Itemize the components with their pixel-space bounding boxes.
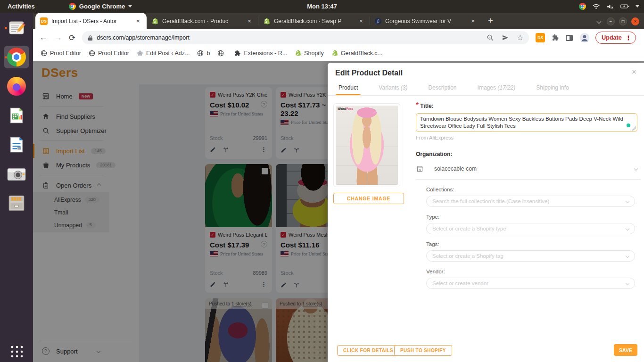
browser-window: DS Import List - DSers - Autor × GeraldB… bbox=[33, 13, 644, 362]
push-to-shopify-button[interactable]: PUSH TO SHOPIFY bbox=[394, 345, 452, 356]
bookmark-geraldblack[interactable]: GeraldBlack.c... bbox=[331, 49, 382, 57]
type-select[interactable]: Select or create a Shopify type bbox=[426, 223, 635, 234]
wifi-icon bbox=[592, 3, 600, 9]
tab-images[interactable]: Images (17/22) bbox=[478, 84, 516, 96]
minimize-button[interactable]: − bbox=[607, 17, 615, 25]
file-cabinet-icon bbox=[8, 195, 25, 212]
tab-geraldblack-swap[interactable]: GeraldBlack.com · Swap P × bbox=[258, 13, 370, 29]
puzzle-icon bbox=[234, 50, 241, 57]
shopify-favicon bbox=[151, 17, 158, 25]
tab-title: GeraldBlack.com · Swap P bbox=[274, 18, 354, 25]
tab-variants[interactable]: Variants (3) bbox=[379, 84, 407, 96]
bookmark-proof-editor-2[interactable]: Proof Editor bbox=[89, 50, 129, 57]
bookmark-globe[interactable] bbox=[217, 50, 227, 57]
ubuntu-top-bar: Activities Google Chrome Mon 13:47 bbox=[0, 0, 644, 13]
close-tab-icon[interactable]: × bbox=[246, 17, 253, 25]
title-input[interactable]: Turndown Blouse Bodysuits Women Sexy Bac… bbox=[416, 113, 637, 132]
address-bar[interactable]: dsers.com/app/storemanage/import ☆ bbox=[82, 31, 529, 44]
bookmark-edit-post[interactable]: Edit Post ‹ Adz... bbox=[137, 50, 190, 57]
type-label: Type: bbox=[426, 214, 637, 220]
reload-button[interactable]: ⟳ bbox=[69, 33, 75, 43]
dock-item-text-editor[interactable] bbox=[4, 16, 29, 39]
chrome-tray-icon[interactable] bbox=[579, 3, 586, 10]
screen: Activities Google Chrome Mon 13:47 bbox=[0, 0, 644, 362]
vendor-placeholder: Select or create vendor bbox=[432, 280, 488, 286]
close-tab-icon[interactable]: × bbox=[134, 17, 142, 25]
chevron-down-icon bbox=[626, 227, 629, 230]
text-editor-icon bbox=[8, 19, 25, 37]
grammarly-dot-icon bbox=[627, 123, 630, 127]
product-photo-pink-bodysuit bbox=[336, 106, 398, 185]
send-icon[interactable] bbox=[502, 34, 509, 41]
tab-product[interactable]: Product bbox=[339, 84, 358, 96]
tab-title: Gorgeous Swimwear for V bbox=[385, 18, 465, 25]
brand-watermark: WeirdPuss bbox=[338, 107, 354, 110]
tags-select[interactable]: Select or create a Shopify tag bbox=[426, 250, 635, 262]
change-image-button[interactable]: CHANGE IMAGE bbox=[333, 193, 404, 204]
new-tab-button[interactable]: + bbox=[488, 16, 493, 26]
bookmark-extensions[interactable]: Extensions - R... bbox=[234, 50, 287, 57]
resize-handle[interactable] bbox=[632, 126, 636, 131]
close-tab-icon[interactable]: × bbox=[357, 17, 365, 25]
collections-placeholder: Search the full collection's title.(Case… bbox=[432, 198, 549, 204]
profile-avatar[interactable] bbox=[579, 33, 590, 43]
update-label: Update bbox=[602, 34, 621, 41]
dock-item-firefox[interactable] bbox=[4, 75, 29, 98]
chevron-down-icon bbox=[626, 281, 629, 285]
tab-search-chevron-icon[interactable] bbox=[597, 19, 602, 24]
tab-import-list[interactable]: DS Import List - DSers - Autor × bbox=[35, 13, 147, 29]
close-modal-icon[interactable]: × bbox=[632, 67, 636, 77]
browser-menu-icon[interactable]: ⋮ bbox=[626, 34, 632, 41]
forward-button[interactable]: → bbox=[54, 33, 62, 42]
dock-item-file-archive[interactable] bbox=[4, 192, 29, 214]
libreoffice-calc-icon bbox=[8, 107, 25, 124]
system-tray[interactable] bbox=[579, 0, 639, 13]
zoom-out-icon[interactable] bbox=[487, 34, 494, 41]
extensions-puzzle-icon[interactable] bbox=[552, 34, 559, 41]
dsers-extension-icon[interactable]: DS bbox=[536, 33, 545, 42]
store-name: solacecable-com bbox=[434, 165, 477, 172]
save-button[interactable]: SAVE bbox=[614, 344, 637, 356]
battery-icon bbox=[620, 3, 629, 9]
chevron-down-icon bbox=[634, 167, 638, 171]
dock-item-libreoffice-writer[interactable] bbox=[4, 133, 29, 156]
bookmark-proof-editor-1[interactable]: Proof Editor bbox=[41, 50, 81, 57]
chrome-update-button[interactable]: Update ⋮ bbox=[595, 32, 636, 44]
tab-description[interactable]: Description bbox=[429, 84, 457, 96]
chevron-down-icon bbox=[626, 254, 629, 258]
dock-item-camera[interactable] bbox=[4, 163, 29, 185]
bookmark-star-icon[interactable]: ☆ bbox=[517, 34, 523, 41]
product-main-image[interactable]: WeirdPuss bbox=[333, 103, 400, 187]
globe-icon bbox=[197, 50, 204, 57]
libreoffice-writer-icon bbox=[8, 136, 25, 154]
store-select[interactable]: solacecable-com bbox=[416, 165, 637, 173]
dock bbox=[0, 13, 33, 362]
maximize-button[interactable]: □ bbox=[619, 17, 627, 25]
tab-shipping-info[interactable]: Shipping info bbox=[536, 84, 569, 96]
clock[interactable]: Mon 13:47 bbox=[0, 3, 644, 10]
tab-gorgeous-swimwear[interactable]: β Gorgeous Swimwear for V × bbox=[370, 13, 481, 29]
window-controls: − □ × bbox=[597, 17, 639, 25]
bookmark-shopify[interactable]: Shopify bbox=[295, 49, 324, 57]
volume-muted-icon bbox=[606, 3, 614, 10]
tags-placeholder: Select or create a Shopify tag bbox=[432, 253, 504, 259]
side-panel-icon[interactable] bbox=[566, 35, 573, 41]
chrome-icon bbox=[7, 48, 26, 66]
dsers-favicon: DS bbox=[40, 17, 48, 25]
tab-title: GeraldBlack.com · Produc bbox=[162, 18, 242, 25]
close-window-button[interactable]: × bbox=[631, 17, 639, 25]
close-tab-icon[interactable]: × bbox=[469, 17, 477, 25]
url-text: dsers.com/app/storemanage/import bbox=[97, 34, 483, 41]
tab-geraldblack-products[interactable]: GeraldBlack.com · Produc × bbox=[147, 13, 258, 29]
back-button[interactable]: ← bbox=[40, 33, 48, 42]
dock-item-libreoffice-calc[interactable] bbox=[4, 104, 29, 127]
bookmark-b[interactable]: b bbox=[197, 50, 210, 57]
organization-label: Organization: bbox=[416, 151, 637, 157]
collections-select[interactable]: Search the full collection's title.(Case… bbox=[426, 196, 635, 207]
shopify-favicon bbox=[263, 17, 270, 25]
dock-item-chrome[interactable] bbox=[4, 46, 29, 68]
site-favicon: β bbox=[375, 18, 381, 25]
vendor-select[interactable]: Select or create vendor bbox=[426, 278, 635, 289]
show-applications-button[interactable] bbox=[10, 345, 23, 357]
click-for-details-button[interactable]: CLICK FOR DETAILS bbox=[337, 345, 399, 356]
